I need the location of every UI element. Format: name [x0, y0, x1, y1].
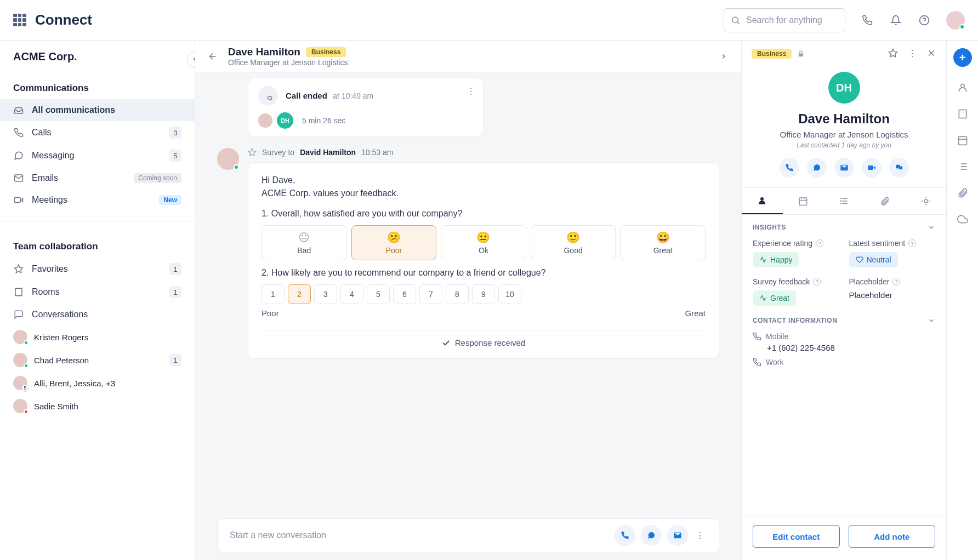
action-call-button[interactable]: [780, 158, 799, 178]
coming-soon-badge: Coming soon: [134, 173, 181, 183]
nav-rooms[interactable]: Rooms 1: [0, 281, 195, 304]
user-avatar[interactable]: [946, 11, 965, 30]
far-rail: +: [946, 41, 978, 560]
sidebar: ACME Corp. Communications All communicat…: [0, 41, 195, 560]
nps-option[interactable]: 2: [288, 284, 311, 304]
section-team: Team collaboration: [0, 231, 195, 258]
rating-option[interactable]: ☹Bad: [261, 225, 347, 260]
rail-attachment-icon[interactable]: [957, 187, 968, 198]
search-input[interactable]: [746, 15, 838, 25]
nps-option[interactable]: 10: [498, 284, 521, 304]
rating-option[interactable]: 😕Poor: [351, 225, 437, 260]
contact-info-title: CONTACT INFORMATION: [753, 317, 837, 324]
conversation-item[interactable]: Kristen Rogers: [0, 325, 195, 348]
nps-option[interactable]: 5: [367, 284, 390, 304]
action-video-button[interactable]: [862, 158, 882, 178]
tab-tasks[interactable]: [823, 188, 865, 214]
star-outline-icon[interactable]: [248, 148, 257, 157]
tab-insights[interactable]: [905, 188, 946, 214]
compose-email-button[interactable]: [667, 525, 688, 546]
action-message-button[interactable]: [807, 158, 827, 178]
rail-calendar-icon[interactable]: [957, 135, 968, 146]
nps-option[interactable]: 8: [446, 284, 469, 304]
rail-profile-icon[interactable]: [957, 82, 968, 93]
dialer-icon[interactable]: [861, 14, 874, 27]
edit-contact-button[interactable]: Edit contact: [753, 525, 840, 548]
workspace-name: ACME Corp.: [0, 50, 195, 73]
add-note-button[interactable]: Add note: [849, 525, 936, 548]
video-icon: [13, 195, 24, 205]
star-icon[interactable]: [888, 48, 898, 59]
nav-favorites[interactable]: Favorites 1: [0, 258, 195, 281]
contact-name: Dave Hamilton: [228, 46, 300, 58]
nav-item-label: Meetings: [32, 195, 151, 205]
tab-attachments[interactable]: [865, 188, 906, 214]
card-menu-icon[interactable]: ⋮: [467, 86, 475, 96]
call-status: Call ended: [286, 91, 327, 100]
compose-input[interactable]: [230, 530, 609, 540]
help-hint-icon[interactable]: ?: [908, 239, 916, 247]
face-icon: 😕: [387, 231, 401, 244]
svg-rect-22: [799, 198, 807, 205]
action-chat-button[interactable]: [889, 158, 909, 178]
chevron-down-icon[interactable]: [928, 317, 935, 324]
global-search[interactable]: [724, 8, 845, 32]
compose-message-button[interactable]: [641, 525, 662, 546]
nav-messaging[interactable]: Messaging 5: [0, 144, 195, 167]
nps-option[interactable]: 6: [393, 284, 416, 304]
nav-calls[interactable]: Calls 3: [0, 121, 195, 144]
pulse-icon: [759, 294, 767, 302]
nps-option[interactable]: 9: [472, 284, 495, 304]
compose-more-icon[interactable]: ⋮: [693, 529, 707, 542]
nav-item-label: Calls: [32, 128, 162, 138]
apps-menu-icon[interactable]: [13, 14, 26, 27]
insight-label: Survey feedback: [753, 277, 810, 286]
chevron-down-icon[interactable]: [928, 224, 935, 231]
survey-line2: ACME Corp. values your feedback.: [261, 187, 706, 200]
nps-option[interactable]: 7: [419, 284, 442, 304]
tab-profile[interactable]: [742, 188, 783, 214]
more-icon[interactable]: ⋮: [908, 48, 917, 59]
check-icon: [442, 339, 451, 347]
topbar: Connect: [0, 0, 978, 41]
nav-all-communications[interactable]: All communications: [0, 99, 195, 121]
rail-tasks-icon[interactable]: [957, 161, 968, 172]
star-icon: [13, 264, 24, 275]
forward-button[interactable]: [716, 49, 731, 64]
call-card: ⋮ Call ended at 10:49 am DH: [248, 78, 484, 137]
compose-call-button[interactable]: [615, 525, 635, 546]
nps-option[interactable]: 4: [340, 284, 363, 304]
back-button[interactable]: [205, 49, 220, 64]
nav-conversations[interactable]: Conversations: [0, 304, 195, 325]
help-hint-icon[interactable]: ?: [892, 278, 900, 285]
nps-option[interactable]: 1: [261, 284, 285, 304]
rating-label: Great: [653, 246, 673, 255]
brand-logo: Connect: [35, 12, 92, 28]
rail-cloud-icon[interactable]: [957, 214, 968, 225]
rating-option[interactable]: 😀Great: [620, 225, 706, 260]
help-hint-icon[interactable]: ?: [813, 278, 821, 285]
nps-option[interactable]: 3: [314, 284, 337, 304]
close-icon[interactable]: [926, 48, 936, 59]
survey-greeting: Hi Dave,: [261, 174, 706, 187]
action-email-button[interactable]: [834, 158, 854, 178]
nav-emails[interactable]: Emails Coming soon: [0, 167, 195, 189]
rating-option[interactable]: 🙂Good: [531, 225, 616, 260]
tab-calendar[interactable]: [783, 188, 824, 214]
nav-item-label: Conversations: [32, 310, 181, 319]
work-label: Work: [766, 358, 783, 367]
nav-meetings[interactable]: Meetings New: [0, 189, 195, 211]
count-badge: 1: [169, 263, 181, 275]
svg-rect-19: [868, 165, 873, 170]
help-hint-icon[interactable]: ?: [816, 239, 823, 247]
svg-point-0: [732, 17, 738, 23]
add-button[interactable]: +: [953, 48, 972, 67]
conversation-item[interactable]: 5Alli, Brent, Jessica, +3: [0, 372, 195, 395]
conversation-name: Alli, Brent, Jessica, +3: [34, 379, 181, 388]
conversation-item[interactable]: Sadie Smith: [0, 395, 195, 418]
conversation-item[interactable]: Chad Peterson1: [0, 348, 195, 372]
rating-option[interactable]: 😐Ok: [441, 225, 526, 260]
rail-building-icon[interactable]: [957, 108, 968, 119]
notifications-icon[interactable]: [889, 14, 902, 27]
help-icon[interactable]: [918, 14, 931, 27]
